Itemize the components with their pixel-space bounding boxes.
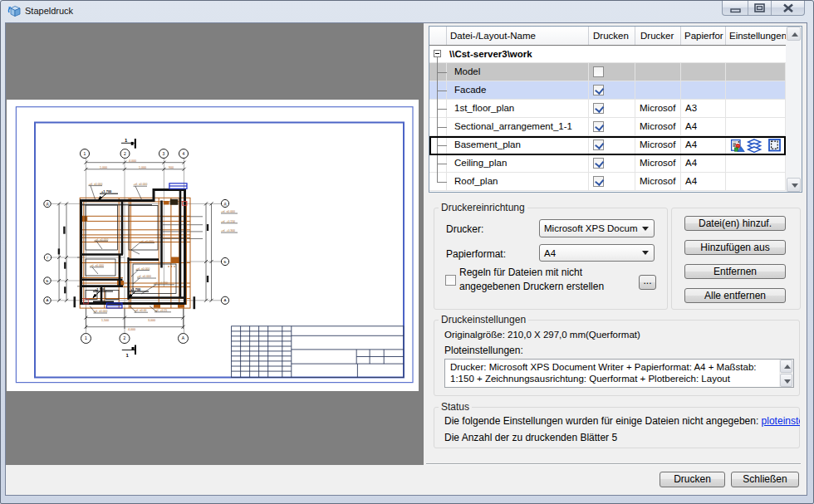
svg-text:+el. +0.150: +el. +0.150: [154, 281, 168, 285]
svg-text:1: 1: [125, 138, 128, 143]
svg-text:+1.700: +1.700: [130, 287, 141, 291]
svg-text:+1.700: +1.700: [95, 287, 105, 291]
svg-text:+el. +0.15: +el. +0.15: [154, 309, 167, 312]
svg-text:4,000: 4,000: [128, 328, 135, 331]
svg-text:+el. ±0.00: +el. ±0.00: [135, 309, 147, 312]
svg-text:900: 900: [169, 166, 174, 169]
svg-text:+el. ±0.000: +el. ±0.000: [136, 267, 150, 271]
svg-text:1,000: 1,000: [139, 166, 146, 169]
svg-text:1,000: 1,000: [100, 166, 107, 169]
svg-text:4,000: 4,000: [129, 159, 136, 163]
svg-text:1: 1: [84, 151, 86, 156]
svg-text:+el. ±0.000: +el. ±0.000: [95, 238, 109, 242]
svg-text:2: 2: [124, 335, 126, 340]
svg-text:+el. ±0.000: +el. ±0.000: [137, 275, 151, 278]
svg-text:А: А: [47, 298, 49, 302]
svg-text:Д: Д: [224, 202, 227, 206]
svg-text:Д: Д: [47, 202, 49, 206]
svg-text:1,500: 1,500: [101, 319, 109, 322]
svg-text:+el. ±0.000: +el. ±0.000: [89, 183, 103, 186]
svg-text:1: 1: [85, 335, 87, 340]
svg-text:+el. ±0.000: +el. ±0.000: [221, 210, 235, 213]
svg-text:+el. ±0.000: +el. ±0.000: [94, 310, 108, 313]
svg-text:+1.700: +1.700: [101, 189, 112, 193]
svg-text:1: 1: [126, 353, 130, 358]
svg-text:А: А: [224, 298, 227, 302]
svg-text:3: 3: [163, 151, 165, 156]
svg-text:+el. +0.150: +el. +0.150: [221, 220, 235, 223]
svg-text:2: 2: [124, 151, 126, 156]
svg-text:+el. ±0.000: +el. ±0.000: [90, 264, 104, 267]
svg-text:Б: Б: [47, 279, 49, 283]
svg-text:+el. +0.300: +el. +0.300: [221, 229, 235, 232]
svg-text:+el. ±0.000: +el. ±0.000: [134, 183, 148, 186]
svg-text:3,000: 3,000: [148, 319, 155, 322]
svg-text:+el. ±0.000: +el. ±0.000: [140, 240, 154, 243]
svg-text:4: 4: [183, 151, 185, 156]
svg-text:Б: Б: [224, 260, 227, 264]
